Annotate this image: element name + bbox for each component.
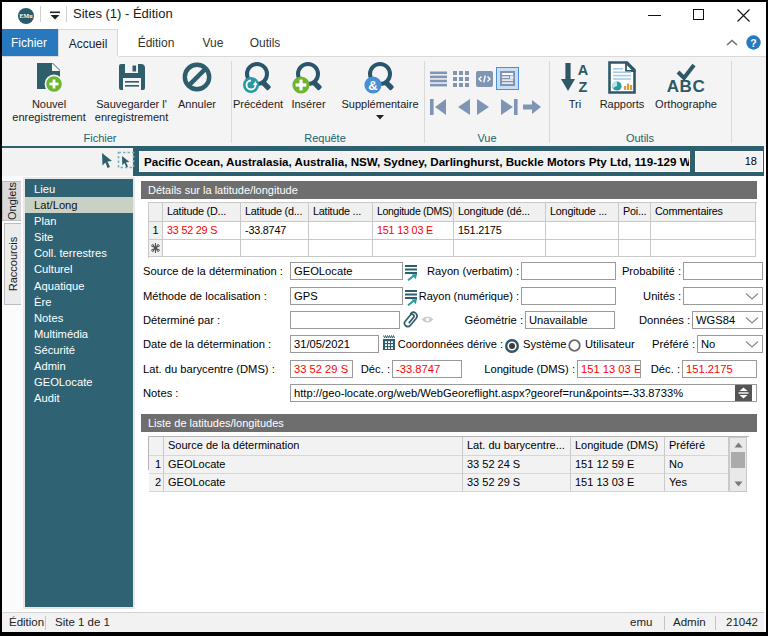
svg-text:Z: Z: [579, 79, 588, 94]
svg-text:A: A: [578, 62, 589, 78]
svg-text:ABC: ABC: [667, 77, 705, 94]
svg-text:?: ?: [750, 37, 756, 49]
svg-text:&: &: [368, 78, 377, 93]
